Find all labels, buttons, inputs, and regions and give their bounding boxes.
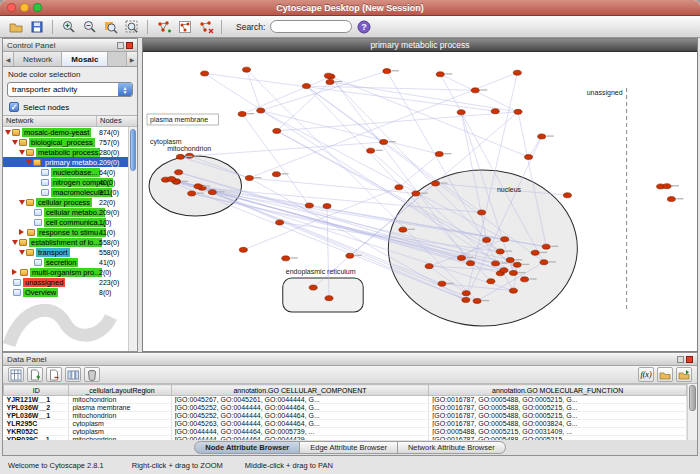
export-attributes-button[interactable] <box>676 367 692 382</box>
table-cell[interactable]: [GO:0045267, GO:0045261, GO:0044444, G..… <box>171 396 429 404</box>
close-panel-button[interactable] <box>126 42 133 49</box>
table-row[interactable]: YPL036W__1mitochondrion[GO:0045252, GO:0… <box>4 412 687 420</box>
close-panel-button[interactable] <box>686 356 693 363</box>
table-cell[interactable]: [GO:0016787, GO:0005488, GO:0005215, G..… <box>429 396 687 404</box>
table-row[interactable]: YDR039C__1mitochondrion[GO:0044444, GO:0… <box>4 436 687 441</box>
table-cell[interactable]: YJR121W__1 <box>4 396 69 404</box>
tab-scroll-right-icon[interactable]: ▶ <box>126 52 137 66</box>
tree-row[interactable]: nucleobase...64(0) <box>3 167 128 177</box>
float-panel-button[interactable] <box>677 356 684 363</box>
tree-expander-icon[interactable] <box>12 240 18 245</box>
table-cell[interactable]: [GO:0016787, GO:0005488, GO:0005215, ... <box>429 436 687 441</box>
table-cell[interactable]: [GO:0044444, GO:0044464, GO:0005739, ... <box>171 428 429 436</box>
node-color-combobox[interactable]: transporter activity ▲▼ <box>7 82 133 97</box>
tree-row[interactable]: multi-organism pro...2(0) <box>3 267 128 277</box>
network-canvas[interactable]: plasma membranecytoplasmmitochondrionnuc… <box>143 52 697 351</box>
tree-row[interactable]: mosaic-demo-yeast874(0) <box>3 127 128 137</box>
table-cell[interactable]: YLR295C <box>4 420 69 428</box>
table-cell[interactable]: YDR039C__1 <box>4 436 69 441</box>
network-overview-button[interactable] <box>175 17 194 36</box>
table-cell[interactable]: YKR052C <box>4 428 69 436</box>
tab-mosaic[interactable]: Mosaic <box>62 52 108 66</box>
help-button[interactable]: ? <box>354 17 373 36</box>
destroy-network-view-button[interactable] <box>196 17 215 36</box>
table-cell[interactable]: YPL036W__1 <box>4 412 69 420</box>
tab-network-attribute-browser[interactable]: Network Attribute Browser <box>398 441 506 454</box>
tree-row[interactable]: response to stimu...41(0) <box>3 227 128 237</box>
create-attribute-button[interactable] <box>27 367 43 382</box>
tab-scroll-left-icon[interactable]: ◀ <box>3 52 14 66</box>
table-cell[interactable]: [GO:0016787, GO:0005488, GO:0003824, G..… <box>429 420 687 428</box>
tree-expander-icon[interactable] <box>19 200 25 205</box>
tree-row[interactable]: cellular metabo...209(0) <box>3 207 128 217</box>
open-session-button[interactable] <box>6 17 25 36</box>
tree-expander-icon[interactable] <box>12 269 17 275</box>
tree-expander-icon[interactable] <box>5 130 11 135</box>
tree-row[interactable]: establishment of lo...558(0) <box>3 237 128 247</box>
tree-expander-icon[interactable] <box>19 229 24 235</box>
maximize-window-button[interactable] <box>33 3 42 12</box>
table-cell[interactable]: cytoplasm <box>69 420 171 428</box>
tree-scrollbar[interactable] <box>128 127 137 351</box>
tree-row[interactable]: primary metabo...209(0) <box>3 157 128 167</box>
select-attributes-button[interactable] <box>8 367 24 382</box>
tree-row[interactable]: unassigned223(0) <box>3 277 128 287</box>
close-window-button[interactable] <box>7 3 16 12</box>
tree-row[interactable]: transport558(0) <box>3 247 128 257</box>
tree-row[interactable]: biological_process757(0) <box>3 137 128 147</box>
tab-network[interactable]: Network <box>14 52 62 66</box>
zoom-selected-button[interactable] <box>101 17 120 36</box>
table-cell[interactable]: [GO:0016787, GO:0005488, GO:0005215, G..… <box>429 404 687 412</box>
tree-row[interactable]: metabolic process280(0) <box>3 147 128 157</box>
table-row[interactable]: YJR121W__1mitochondrion[GO:0045267, GO:0… <box>4 396 687 404</box>
minimize-window-button[interactable] <box>20 3 29 12</box>
table-row[interactable]: YLR295Ccytoplasm[GO:0045263, GO:0044444,… <box>4 420 687 428</box>
delete-attribute-button[interactable] <box>46 367 62 382</box>
delete-rows-button[interactable] <box>84 367 100 382</box>
table-row[interactable]: YKR052Ccytoplasm[GO:0044444, GO:0044464,… <box>4 428 687 436</box>
tree-scrollbar-thumb[interactable] <box>130 129 136 171</box>
table-cell[interactable]: [GO:0005488, GO:0005215, GO:0031409, ... <box>429 428 687 436</box>
table-row[interactable]: YPL036W__2plasma membrane[GO:0045252, GO… <box>4 404 687 412</box>
create-network-view-button[interactable] <box>154 17 173 36</box>
table-cell[interactable]: cytoplasm <box>69 428 171 436</box>
save-session-button[interactable] <box>27 17 46 36</box>
table-scrollbar-thumb[interactable] <box>689 385 696 411</box>
table-cell[interactable]: [GO:0045252, GO:0044444, GO:0044464, G..… <box>171 412 429 420</box>
tab-edge-attribute-browser[interactable]: Edge Attribute Browser <box>300 441 398 454</box>
search-input[interactable] <box>270 20 352 33</box>
table-cell[interactable]: [GO:0044444, GO:0044464, GO:0044429, ... <box>171 436 429 441</box>
table-cell[interactable]: mitochondrion <box>69 412 171 420</box>
tree-expander-icon[interactable] <box>12 140 18 145</box>
tree-header-nodes[interactable]: Nodes <box>97 116 122 126</box>
table-cell[interactable]: plasma membrane <box>69 404 171 412</box>
select-nodes-checkbox[interactable]: ✓ <box>9 102 19 112</box>
zoom-in-button[interactable] <box>59 17 78 36</box>
tree-row[interactable]: cellular process22(0) <box>3 197 128 207</box>
tree-row[interactable]: cell communica...1(0) <box>3 217 128 227</box>
tree-row[interactable]: macromolecule...311(0) <box>3 187 128 197</box>
network-view-title[interactable]: primary metabolic process <box>143 39 697 52</box>
table-cell[interactable]: [GO:0016787, GO:0005488, GO:0005215, G..… <box>429 412 687 420</box>
table-cell[interactable]: [GO:0045263, GO:0044444, GO:0044464, G..… <box>171 420 429 428</box>
column-header[interactable]: _cellularLayoutRegion <box>69 385 171 396</box>
import-attributes-button[interactable] <box>657 367 673 382</box>
column-header[interactable]: annotation.GO CELLULAR_COMPONENT <box>171 385 429 396</box>
table-scrollbar[interactable] <box>687 384 697 440</box>
tree-expander-icon[interactable] <box>19 250 25 255</box>
table-cell[interactable]: mitochondrion <box>69 396 171 404</box>
table-cell[interactable]: YPL036W__2 <box>4 404 69 412</box>
table-cell[interactable]: [GO:0045252, GO:0044444, GO:0044464, G..… <box>171 404 429 412</box>
column-header[interactable]: annotation.GO MOLECULAR_FUNCTION <box>429 385 687 396</box>
column-header[interactable]: ID <box>4 385 69 396</box>
tree-expander-icon[interactable] <box>19 150 25 155</box>
tree-row[interactable]: nitrogen compo...40(0) <box>3 177 128 187</box>
tree-row[interactable]: secretion41(0) <box>3 257 128 267</box>
attribute-table[interactable]: ID_cellularLayoutRegionannotation.GO CEL… <box>3 384 687 440</box>
float-panel-button[interactable] <box>117 42 124 49</box>
tree-header-network[interactable]: Network <box>3 116 97 126</box>
tree-expander-icon[interactable] <box>26 160 32 165</box>
function-builder-button[interactable]: f(x) <box>638 367 654 382</box>
table-cell[interactable]: mitochondrion <box>69 436 171 441</box>
zoom-fit-button[interactable] <box>122 17 141 36</box>
